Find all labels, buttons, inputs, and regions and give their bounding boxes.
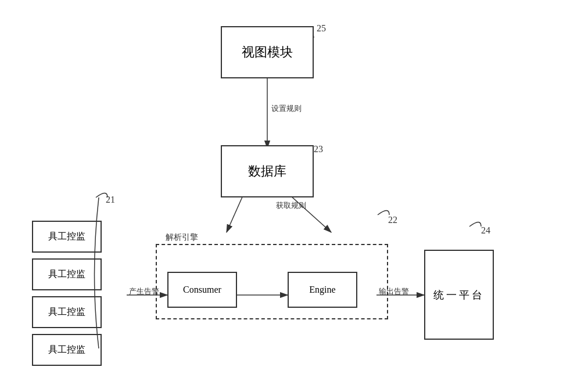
label-23: 23	[314, 144, 323, 154]
engine-label: Engine	[309, 285, 335, 295]
unified-platform-label: 统一平台	[433, 288, 485, 302]
label-22: 22	[388, 215, 397, 225]
parse-engine-label: 解析引擎	[166, 232, 198, 243]
generate-alert-label: 产生告警	[129, 286, 159, 297]
label-21: 21	[106, 195, 115, 205]
consumer-label: Consumer	[183, 285, 221, 295]
tool-label-4: 具工控监	[48, 344, 85, 356]
engine-box: Engine	[288, 272, 357, 308]
view-module-box: 视图模块	[221, 26, 314, 78]
view-module-label: 视图模块	[242, 44, 293, 61]
tool-label-2: 具工控监	[48, 268, 85, 280]
tool-box-4: 具工控监	[32, 334, 102, 366]
tool-label-3: 具工控监	[48, 306, 85, 318]
unified-platform-box: 统一平台	[424, 250, 494, 340]
label-25: 25	[317, 23, 326, 34]
tool-label-1: 具工控监	[48, 231, 85, 243]
label-24: 24	[481, 225, 490, 236]
tool-box-2: 具工控监	[32, 258, 102, 290]
set-rules-label: 设置规则	[271, 103, 302, 114]
output-alert-label: 输出告警	[379, 286, 409, 297]
diagram: 视图模块 25 设置规则 数据库 23 获取规则 解析引擎 22 Consume…	[0, 0, 581, 392]
get-rules-label: 获取规则	[276, 200, 306, 211]
consumer-box: Consumer	[167, 272, 237, 308]
database-box: 数据库	[221, 145, 314, 197]
tool-box-1: 具工控监	[32, 221, 102, 253]
tool-box-3: 具工控监	[32, 296, 102, 328]
database-label: 数据库	[248, 163, 286, 180]
